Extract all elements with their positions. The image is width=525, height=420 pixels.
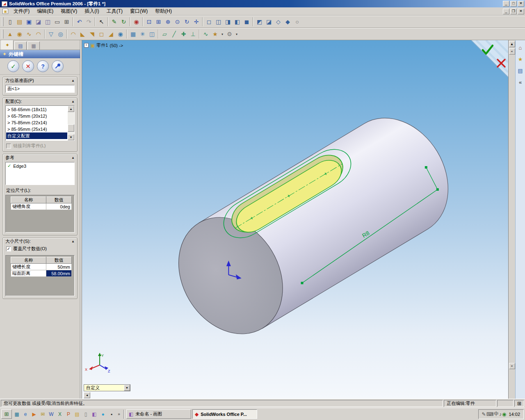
toolbar-grip[interactable] xyxy=(2,30,3,39)
tab-propertymanager[interactable]: ✦ xyxy=(1,40,14,50)
config-option[interactable]: 自定义配置 xyxy=(6,132,67,139)
ok-button[interactable]: ✓ xyxy=(7,60,19,72)
selected-edge-row[interactable]: ✓ Edge3 xyxy=(7,163,73,169)
notepad-icon[interactable]: ▯ xyxy=(82,410,90,418)
appearance-icon[interactable]: ◉ xyxy=(132,17,141,27)
toolbar-icon[interactable] xyxy=(44,30,45,39)
toolbar-grip[interactable] xyxy=(2,17,3,26)
link-to-library-checkbox[interactable] xyxy=(6,144,11,148)
fillet-icon[interactable]: ◠ xyxy=(68,30,78,39)
dimension-value-cell[interactable]: 0deg xyxy=(46,203,72,210)
collapse-icon[interactable]: ▲ xyxy=(71,100,75,103)
rotate-view-icon[interactable]: ↻ xyxy=(182,17,192,27)
toolbar-icon[interactable] xyxy=(253,17,253,26)
redo-icon[interactable]: ↷ xyxy=(84,17,94,27)
menu-item[interactable]: 插入(I) xyxy=(81,7,103,16)
mdi-restore-button[interactable]: ❐ xyxy=(510,9,517,14)
scroll-thumb[interactable] xyxy=(68,124,74,132)
print-icon[interactable]: ▭ xyxy=(52,17,62,27)
revolved-cut-icon[interactable]: ◎ xyxy=(56,30,65,39)
select-icon[interactable]: ↖ xyxy=(97,17,106,27)
start-button[interactable]: ⊞ xyxy=(1,409,12,419)
extruded-cut-icon[interactable]: ▽ xyxy=(46,30,56,39)
config-option[interactable]: > 58-65mm (18x11) xyxy=(6,106,67,113)
hidden-lines-visible-icon[interactable]: ◫ xyxy=(214,17,223,27)
messenger-icon[interactable]: ● xyxy=(99,410,107,418)
draft-icon[interactable]: ◢ xyxy=(106,30,116,39)
hidden-lines-removed-icon[interactable]: ◨ xyxy=(223,17,233,27)
collapse-icon[interactable]: ▲ xyxy=(71,156,75,160)
collapse-pane-icon[interactable]: « xyxy=(516,78,525,86)
design-library-icon[interactable]: ★ xyxy=(516,55,525,63)
collapse-strip-button[interactable]: « xyxy=(509,48,515,55)
volume-icon[interactable]: ♪ xyxy=(499,411,502,417)
zoom-selection-icon[interactable]: ⊙ xyxy=(173,17,182,27)
reference-selection-box[interactable]: ✓ Edge3 xyxy=(5,162,75,185)
section-view-icon[interactable]: ◪ xyxy=(264,17,274,27)
document-name[interactable]: 零件1 xyxy=(96,42,108,48)
ie-icon[interactable]: e xyxy=(21,410,30,418)
toolbar-icon[interactable] xyxy=(158,30,159,39)
tree-expand-icon[interactable]: + xyxy=(84,43,89,48)
file-explorer-icon[interactable]: ▤ xyxy=(516,66,525,75)
orientation-group-header[interactable]: 方位基准面(P) ▲ xyxy=(3,77,77,84)
configuration-dropdown[interactable]: 自定义 ▼ xyxy=(84,384,130,391)
dimension-value-cell[interactable]: 58.00mm xyxy=(46,270,72,277)
menu-item[interactable]: 窗口(W) xyxy=(126,7,151,16)
extruded-boss-icon[interactable]: ▲ xyxy=(5,30,15,39)
menu-item[interactable]: 文件(F) xyxy=(10,7,33,16)
toolbar-icon[interactable] xyxy=(95,17,96,26)
revolved-boss-icon[interactable]: ◉ xyxy=(15,30,24,39)
input-method-icon[interactable]: 中 xyxy=(494,411,499,418)
standard-views-icon[interactable]: ◇ xyxy=(274,17,283,27)
dimension-value-cell[interactable]: 50mm xyxy=(46,264,72,270)
task-solidworks[interactable]: ◆ SolidWorks Office P... xyxy=(192,409,257,419)
mail-icon[interactable]: ✉ xyxy=(39,410,47,418)
document-tab[interactable]: + ▣ 零件1 (50) -> xyxy=(84,42,123,48)
toolbar-icon[interactable] xyxy=(202,17,203,26)
help-button[interactable]: ? xyxy=(37,60,49,72)
scroll-up-button[interactable]: ▲ xyxy=(68,106,74,112)
new-icon[interactable]: ▯ xyxy=(5,17,15,27)
config-option[interactable]: > 85-95mm (25x14) xyxy=(6,126,67,132)
toolbar-icon[interactable] xyxy=(107,17,108,26)
lofted-boss-icon[interactable]: ◠ xyxy=(34,30,43,39)
override-dimensions-checkbox[interactable]: ✓ xyxy=(6,247,11,251)
menu-item[interactable]: 编辑(E) xyxy=(33,7,57,16)
zoom-area-icon[interactable]: ⊞ xyxy=(154,17,163,27)
library-feature-icon[interactable]: ★ xyxy=(210,30,220,39)
dimension-handle[interactable] xyxy=(301,282,304,284)
dropdown-arrow-icon[interactable]: ▼ xyxy=(124,385,130,391)
chamfer-icon[interactable]: ◣ xyxy=(78,30,87,39)
table-row[interactable]: 键槽长度 50mm xyxy=(11,264,72,270)
size-group-header[interactable]: 大小尺寸(S): ▲ xyxy=(3,238,77,245)
save-icon[interactable]: ▣ xyxy=(24,17,34,27)
shaded-with-edges-icon[interactable]: ◧ xyxy=(233,17,242,27)
toolbar-icon[interactable] xyxy=(126,30,127,39)
reference-plane-icon[interactable]: ▱ xyxy=(160,30,169,39)
home-icon[interactable]: ⌂ xyxy=(516,43,525,52)
hscroll-left-button[interactable]: ◄ xyxy=(84,392,90,398)
collapse-strip-bottom-button[interactable]: « xyxy=(509,363,515,369)
hole-wizard-icon[interactable]: ◉ xyxy=(116,30,125,39)
linear-pattern-icon[interactable]: ▦ xyxy=(128,30,138,39)
mdi-close-button[interactable]: ✕ xyxy=(518,9,524,14)
tab-featuremanager[interactable]: ▤ xyxy=(14,41,27,50)
toolbar-icon[interactable] xyxy=(199,30,200,39)
config-option[interactable]: > 75-85mm (22x14) xyxy=(6,119,67,126)
powerpoint-icon[interactable]: P xyxy=(64,410,73,418)
close-button[interactable]: ✕ xyxy=(518,1,524,7)
show-desktop-icon[interactable]: ▦ xyxy=(13,410,21,418)
maximize-button[interactable]: □ xyxy=(510,1,517,7)
feature-dropdown-icon[interactable]: ▾ xyxy=(220,30,225,39)
make-drawing-icon[interactable]: ◪ xyxy=(34,17,43,27)
print-preview-icon[interactable]: ⊞ xyxy=(62,17,71,27)
table-row[interactable]: 键槽角度 0deg xyxy=(11,203,72,210)
rib-icon[interactable]: ◥ xyxy=(87,30,97,39)
coordinate-system-icon[interactable]: ⊥ xyxy=(188,30,198,39)
rebuild-icon[interactable]: ↻ xyxy=(119,17,128,27)
reference-axis-icon[interactable]: ╱ xyxy=(169,30,179,39)
open-icon[interactable]: ▤ xyxy=(15,17,24,27)
toolbar-icon[interactable] xyxy=(73,17,73,26)
circular-pattern-icon[interactable]: ✳ xyxy=(138,30,147,39)
